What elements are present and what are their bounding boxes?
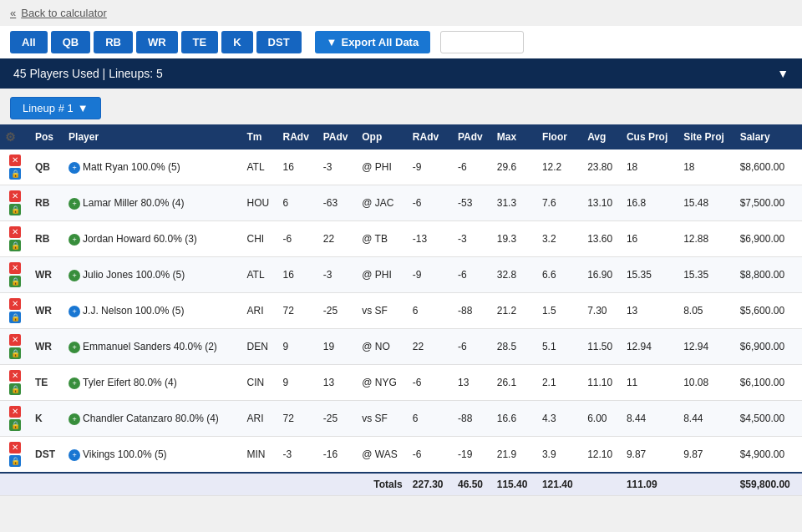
- lineup-selector: Lineup # 1 ▼: [0, 92, 802, 124]
- player-padv2: -88: [453, 293, 492, 329]
- table-row: ✕ 🔒 DST +Vikings 100.0% (5) MIN -3 -16 @…: [0, 437, 802, 474]
- col-header-salary: Salary: [735, 124, 802, 149]
- lock-player-icon[interactable]: 🔒: [9, 240, 21, 251]
- pos-btn-wr[interactable]: WR: [136, 31, 178, 53]
- row-actions: ✕ 🔒: [0, 401, 30, 437]
- player-max: 26.1: [492, 365, 537, 401]
- player-padv2: -6: [453, 257, 492, 293]
- player-salary: $4,500.00: [735, 401, 802, 437]
- lock-player-icon[interactable]: 🔒: [9, 455, 21, 467]
- player-radv1: -3: [278, 437, 318, 474]
- col-header-pos: Pos: [30, 124, 63, 149]
- player-avg: 13.60: [582, 221, 622, 257]
- player-max: 19.3: [492, 221, 537, 257]
- player-avg: 11.50: [582, 329, 622, 365]
- player-opp: @ WAS: [357, 437, 408, 474]
- remove-player-icon[interactable]: ✕: [9, 262, 21, 274]
- player-opp: @ PHI: [357, 149, 408, 185]
- player-radv1: 72: [278, 293, 318, 329]
- player-pos: WR: [30, 257, 63, 293]
- export-all-data-button[interactable]: ▼ Export All Data: [315, 31, 431, 53]
- player-max: 21.2: [492, 293, 537, 329]
- settings-icon[interactable]: ⚙: [5, 130, 16, 144]
- player-site-proj: 12.88: [678, 221, 735, 257]
- remove-player-icon[interactable]: ✕: [9, 298, 21, 310]
- lock-player-icon[interactable]: 🔒: [9, 347, 21, 359]
- player-site-proj: 18: [678, 149, 735, 185]
- player-padv2: -19: [453, 437, 492, 474]
- player-floor: 5.1: [537, 329, 582, 365]
- totals-salary: $59,800.00: [735, 473, 802, 496]
- export-label: Export All Data: [341, 36, 419, 48]
- lock-player-icon[interactable]: 🔒: [9, 383, 21, 395]
- player-padv2: -3: [453, 221, 492, 257]
- lineup-label: Lineup # 1: [23, 102, 74, 114]
- remove-player-icon[interactable]: ✕: [9, 370, 21, 382]
- remove-player-icon[interactable]: ✕: [9, 190, 21, 202]
- player-padv1: -3: [318, 257, 358, 293]
- summary-chevron-icon[interactable]: ▼: [777, 67, 789, 80]
- back-to-calculator-link[interactable]: « Back to calculator: [0, 0, 802, 26]
- player-salary: $8,600.00: [735, 149, 802, 185]
- player-salary: $8,800.00: [735, 257, 802, 293]
- player-padv2: -88: [453, 401, 492, 437]
- col-header-radv1: RAdv: [278, 124, 318, 149]
- row-actions: ✕ 🔒: [0, 437, 30, 474]
- pos-btn-k[interactable]: K: [221, 31, 252, 53]
- remove-player-icon[interactable]: ✕: [9, 334, 21, 346]
- player-site-proj: 12.94: [678, 329, 735, 365]
- lineup-chevron-icon: ▼: [78, 102, 89, 114]
- player-radv1: 16: [278, 257, 318, 293]
- player-salary: $6,900.00: [735, 329, 802, 365]
- pos-btn-te[interactable]: TE: [181, 31, 219, 53]
- player-radv2: -6: [408, 365, 453, 401]
- player-opp: vs SF: [357, 401, 408, 437]
- remove-player-icon[interactable]: ✕: [9, 155, 21, 166]
- lock-player-icon[interactable]: 🔒: [9, 168, 21, 180]
- player-team: CIN: [241, 365, 277, 401]
- player-salary: $5,600.00: [735, 293, 802, 329]
- player-avg: 23.80: [582, 149, 622, 185]
- player-team: ARI: [241, 293, 277, 329]
- remove-player-icon[interactable]: ✕: [9, 226, 21, 238]
- players-table: ⚙ Pos Player Tm RAdv PAdv Opp RAdv PAdv …: [0, 124, 802, 496]
- lineup-dropdown-button[interactable]: Lineup # 1 ▼: [10, 97, 101, 119]
- player-name: +Julio Jones 100.0% (5): [63, 257, 241, 293]
- totals-padv2: 46.50: [453, 473, 492, 496]
- player-cus-proj: 16: [622, 221, 678, 257]
- player-radv2: -6: [408, 185, 453, 221]
- player-padv1: -25: [318, 293, 358, 329]
- player-floor: 4.3: [537, 401, 582, 437]
- player-salary: $6,100.00: [735, 365, 802, 401]
- player-team: MIN: [241, 437, 277, 474]
- search-input[interactable]: [440, 31, 524, 53]
- player-pos: WR: [30, 293, 63, 329]
- pos-btn-all[interactable]: All: [10, 31, 48, 53]
- totals-row: Totals 227.30 46.50 115.40 121.40 111.09…: [0, 473, 802, 496]
- pos-btn-dst[interactable]: DST: [256, 31, 302, 53]
- totals-empty8: [678, 473, 735, 496]
- summary-text: 45 Players Used | Lineups: 5: [13, 67, 163, 80]
- totals-cus-proj: 111.09: [622, 473, 678, 496]
- totals-empty7: [582, 473, 622, 496]
- lock-player-icon[interactable]: 🔒: [9, 276, 21, 287]
- player-padv2: -6: [453, 149, 492, 185]
- remove-player-icon[interactable]: ✕: [9, 406, 21, 418]
- remove-player-icon[interactable]: ✕: [9, 442, 21, 453]
- player-name: +Tyler Eifert 80.0% (4): [63, 365, 241, 401]
- player-name: +Matt Ryan 100.0% (5): [63, 149, 241, 185]
- player-max: 29.6: [492, 149, 537, 185]
- row-actions: ✕ 🔒: [0, 257, 30, 293]
- table-row: ✕ 🔒 K +Chandler Catanzaro 80.0% (4) ARI …: [0, 401, 802, 437]
- row-actions: ✕ 🔒: [0, 329, 30, 365]
- lock-player-icon[interactable]: 🔒: [9, 419, 21, 431]
- player-avg: 7.30: [582, 293, 622, 329]
- lock-player-icon[interactable]: 🔒: [9, 204, 21, 215]
- lock-player-icon[interactable]: 🔒: [9, 312, 21, 323]
- table-row: ✕ 🔒 RB +Lamar Miller 80.0% (4) HOU 6 -63…: [0, 185, 802, 221]
- pos-btn-qb[interactable]: QB: [51, 31, 91, 53]
- col-header-player: Player: [63, 124, 241, 149]
- col-header-floor: Floor: [537, 124, 582, 149]
- pos-btn-rb[interactable]: RB: [94, 31, 133, 53]
- player-padv1: -25: [318, 401, 358, 437]
